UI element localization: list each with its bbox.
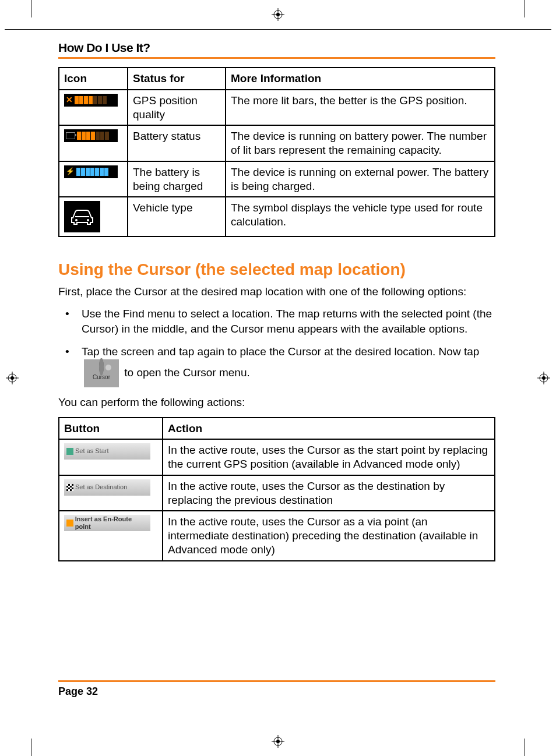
status-text: Battery status bbox=[128, 125, 226, 161]
header-rule bbox=[58, 57, 495, 59]
status-icons-table: Icon Status for More Information ✕ GPS p… bbox=[58, 67, 495, 237]
footer-rule bbox=[58, 680, 495, 682]
options-list: Use the Find menu to select a location. … bbox=[58, 306, 495, 387]
info-text: The device is running on battery power. … bbox=[226, 125, 495, 161]
action-text: In the active route, uses the Cursor as … bbox=[163, 511, 495, 560]
page-content: How Do I Use It? Icon Status for More In… bbox=[58, 41, 495, 579]
button-cell: Insert as En-Route point bbox=[59, 511, 163, 560]
page-number: Page 32 bbox=[58, 686, 495, 698]
registration-mark-icon bbox=[6, 372, 19, 384]
actions-table: Button Action Set as Start In the active… bbox=[58, 417, 495, 561]
table-row: Vehicle type The symbol displays the veh… bbox=[59, 197, 495, 236]
button-cell: Set as Destination bbox=[59, 475, 163, 511]
table-row: ⚡ The battery is being charged The devic… bbox=[59, 161, 495, 197]
button-label: Set as Start bbox=[75, 447, 108, 455]
flag-orange-icon bbox=[66, 520, 73, 527]
col-header-info: More Information bbox=[226, 68, 495, 90]
bullet-text-b: to open the Cursor menu. bbox=[124, 366, 249, 379]
battery-status-icon bbox=[59, 125, 128, 161]
button-label: Insert as En-Route point bbox=[75, 515, 148, 532]
svg-point-17 bbox=[87, 219, 89, 221]
col-header-action: Action bbox=[163, 418, 495, 440]
registration-mark-icon bbox=[537, 372, 550, 384]
status-text: The battery is being charged bbox=[128, 161, 226, 197]
button-label: Set as Destination bbox=[75, 483, 127, 492]
table-row: Set as Start In the active route, uses t… bbox=[59, 439, 495, 475]
svg-point-15 bbox=[276, 740, 280, 743]
page-header: How Do I Use It? bbox=[58, 41, 495, 55]
svg-point-11 bbox=[542, 376, 546, 380]
insert-enroute-button: Insert as En-Route point bbox=[64, 515, 150, 531]
crop-mark bbox=[525, 0, 525, 17]
crop-mark bbox=[31, 739, 31, 756]
action-text: In the active route, uses the Cursor as … bbox=[163, 475, 495, 511]
svg-point-16 bbox=[75, 219, 78, 221]
table-row: Battery status The device is running on … bbox=[59, 125, 495, 161]
crop-frame bbox=[5, 29, 551, 30]
table-header-row: Button Action bbox=[59, 418, 495, 440]
cursor-button-icon: Cursor bbox=[84, 359, 119, 387]
set-as-destination-button: Set as Destination bbox=[64, 479, 150, 496]
gps-quality-icon: ✕ bbox=[59, 90, 128, 126]
svg-point-3 bbox=[276, 13, 280, 16]
registration-mark-icon bbox=[272, 735, 284, 748]
col-header-status: Status for bbox=[128, 68, 226, 90]
bullet-text-a: Tap the screen and tap again to place th… bbox=[82, 345, 479, 358]
col-header-button: Button bbox=[59, 418, 163, 440]
col-header-icon: Icon bbox=[59, 68, 128, 90]
info-text: The device is running on external power.… bbox=[226, 161, 495, 197]
flag-checkered-icon bbox=[66, 484, 73, 491]
list-item: Tap the screen and tap again to place th… bbox=[58, 344, 495, 387]
page-footer: Page 32 bbox=[58, 680, 495, 698]
info-text: The more lit bars, the better is the GPS… bbox=[226, 90, 495, 126]
table-header-row: Icon Status for More Information bbox=[59, 68, 495, 90]
table-row: Set as Destination In the active route, … bbox=[59, 475, 495, 511]
crop-mark bbox=[31, 0, 31, 17]
table-row: Insert as En-Route point In the active r… bbox=[59, 511, 495, 560]
registration-mark-icon bbox=[272, 8, 284, 21]
actions-intro: You can perform the following actions: bbox=[58, 395, 495, 410]
crop-mark bbox=[525, 739, 525, 756]
table-row: ✕ GPS position quality The more lit bars… bbox=[59, 90, 495, 126]
status-text: GPS position quality bbox=[128, 90, 226, 126]
svg-point-7 bbox=[10, 376, 14, 380]
button-cell: Set as Start bbox=[59, 439, 163, 475]
flag-green-icon bbox=[66, 448, 73, 455]
set-as-start-button: Set as Start bbox=[64, 443, 150, 460]
battery-charging-icon: ⚡ bbox=[59, 161, 128, 197]
section-heading: Using the Cursor (the selected map locat… bbox=[58, 260, 495, 279]
action-text: In the active route, uses the Cursor as … bbox=[163, 439, 495, 475]
status-text: Vehicle type bbox=[128, 197, 226, 236]
vehicle-type-icon bbox=[59, 197, 128, 236]
list-item: Use the Find menu to select a location. … bbox=[58, 306, 495, 336]
intro-paragraph: First, place the Cursor at the desired m… bbox=[58, 285, 495, 299]
info-text: The symbol displays the vehicle type use… bbox=[226, 197, 495, 236]
